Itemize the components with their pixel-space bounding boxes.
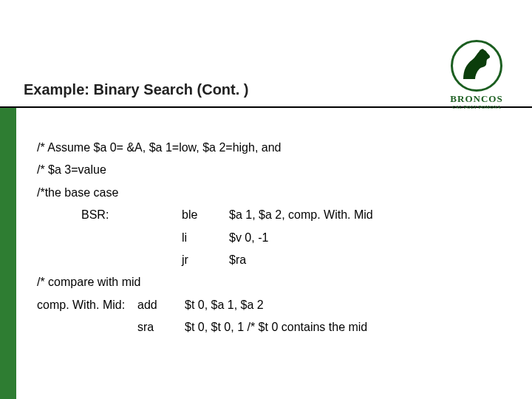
code-row: comp. With. Mid: add $t 0, $a 1, $a 2 [37, 294, 372, 316]
code-line: /*the base case [37, 182, 510, 204]
code-args: $t 0, $a 1, $a 2 [185, 294, 372, 316]
code-row: sra $t 0, $t 0, 1 /* $t 0 contains the m… [37, 316, 372, 338]
broncos-logo: BRONCOS CAL POLY POMONA [443, 40, 510, 109]
code-args: $v 0, -1 [229, 227, 378, 249]
code-line: /* $a 3=value [37, 159, 510, 181]
code-label: BSR: [81, 204, 182, 226]
logo-circle [451, 40, 502, 92]
code-block: comp. With. Mid: add $t 0, $a 1, $a 2 sr… [37, 294, 372, 339]
left-accent-bar [0, 106, 16, 399]
logo-text-broncos: BRONCOS [443, 93, 510, 105]
logo-text-calpoly: CAL POLY POMONA [443, 105, 510, 109]
code-line: /* compare with mid [37, 271, 510, 293]
code-label [81, 249, 182, 271]
code-op: sra [137, 316, 185, 338]
code-row: BSR: ble $a 1, $a 2, comp. With. Mid [81, 204, 378, 226]
code-op: li [182, 227, 229, 249]
code-op: jr [182, 249, 229, 271]
slide: Example: Binary Search (Cont. ) BRONCOS … [0, 0, 532, 399]
code-args: $t 0, $t 0, 1 /* $t 0 contains the mid [185, 316, 372, 338]
horse-icon [457, 47, 494, 83]
code-row: li $v 0, -1 [81, 227, 378, 249]
code-label: comp. With. Mid: [37, 294, 137, 316]
slide-title: Example: Binary Search (Cont. ) [24, 81, 249, 98]
code-content: /* Assume $a 0= &A, $a 1=low, $a 2=high,… [37, 137, 510, 339]
code-op: add [137, 294, 185, 316]
code-args: $a 1, $a 2, comp. With. Mid [229, 204, 378, 226]
code-op: ble [182, 204, 229, 226]
code-row: jr $ra [81, 249, 378, 271]
code-line: /* Assume $a 0= &A, $a 1=low, $a 2=high,… [37, 137, 510, 159]
code-args: $ra [229, 249, 378, 271]
code-block: BSR: ble $a 1, $a 2, comp. With. Mid li … [81, 204, 378, 271]
code-label [81, 227, 182, 249]
code-label [37, 316, 137, 338]
